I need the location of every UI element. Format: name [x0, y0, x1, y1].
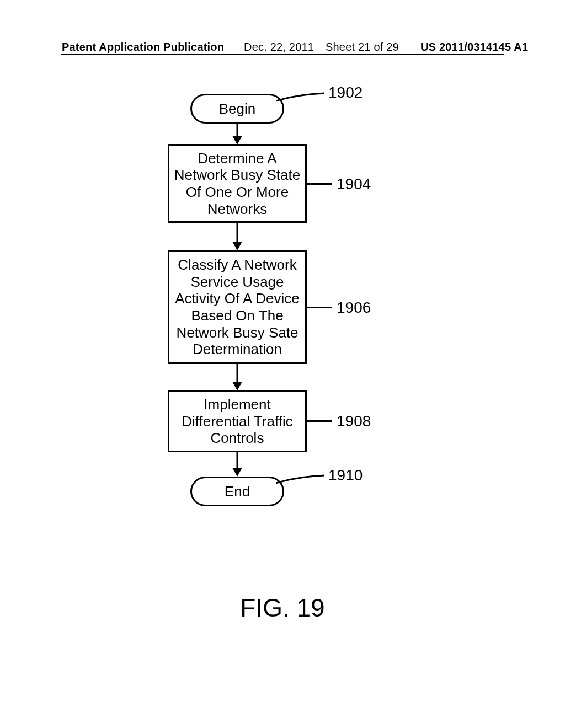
- ref-1906: 1906: [337, 299, 371, 317]
- arrow-4-head: [232, 468, 242, 477]
- box-step2: Classify A Network Service Usage Activit…: [168, 250, 307, 364]
- arrow-4-line: [237, 452, 238, 469]
- arrow-3-head: [232, 382, 242, 390]
- header-publication: Patent Application Publication: [62, 41, 224, 53]
- box-step1-label: Determine A Network Busy State Of One Or…: [174, 150, 300, 218]
- box-step3-label: Implement Differential Traffic Controls: [182, 396, 292, 447]
- terminator-begin: Begin: [190, 94, 284, 124]
- header-sheet: Sheet 21 of 29: [326, 41, 399, 53]
- arrow-1-line: [237, 124, 238, 137]
- header-appno: US 2011/0314145 A1: [420, 41, 528, 53]
- arrow-1-head: [232, 136, 242, 144]
- leader-1906: [307, 307, 332, 308]
- leader-1902: [276, 92, 326, 109]
- ref-1902: 1902: [328, 84, 363, 101]
- terminator-end: End: [190, 477, 284, 506]
- header-date: Dec. 22, 2011: [244, 41, 314, 53]
- box-step3: Implement Differential Traffic Controls: [168, 390, 307, 452]
- arrow-2-line: [237, 223, 238, 243]
- box-step2-label: Classify A Network Service Usage Activit…: [175, 256, 299, 358]
- leader-1904: [307, 183, 332, 185]
- terminator-begin-label: Begin: [219, 100, 256, 117]
- header-rule: [61, 54, 504, 55]
- ref-1910: 1910: [328, 467, 363, 484]
- leader-1908: [307, 420, 332, 422]
- ref-1908: 1908: [337, 413, 371, 430]
- ref-1904: 1904: [337, 175, 371, 193]
- page: Patent Application Publication Dec. 22, …: [0, 0, 565, 728]
- box-step1: Determine A Network Busy State Of One Or…: [168, 144, 307, 223]
- leader-1910: [276, 474, 326, 491]
- arrow-3-line: [237, 364, 238, 383]
- arrow-2-head: [232, 242, 242, 250]
- terminator-end-label: End: [225, 483, 250, 500]
- figure-caption: FIG. 19: [0, 593, 565, 623]
